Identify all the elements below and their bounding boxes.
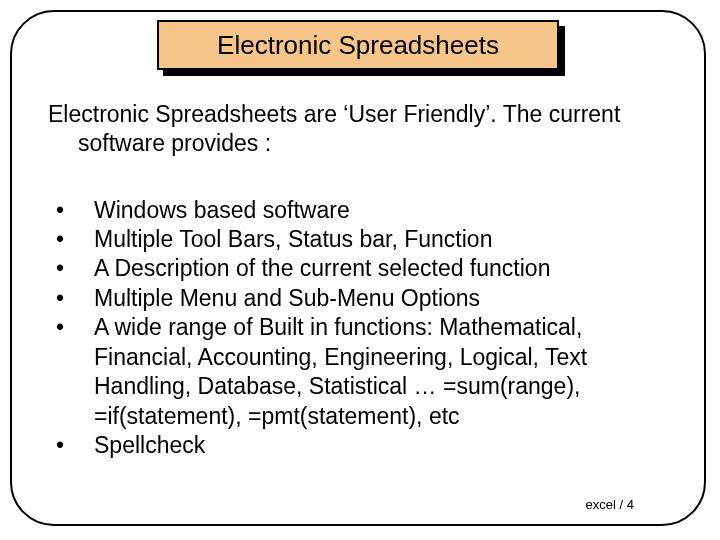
slide-title: Electronic Spreadsheets: [217, 30, 499, 61]
slide-body: Electronic Spreadsheets are ‘User Friend…: [48, 100, 674, 460]
intro-line-1: Electronic Spreadsheets are ‘User Friend…: [48, 101, 620, 127]
title-box: Electronic Spreadsheets: [157, 20, 559, 70]
slide-footer: excel / 4: [586, 497, 634, 512]
bullet-text: A wide range of Built in functions: Math…: [94, 314, 587, 428]
title-container: Electronic Spreadsheets: [157, 20, 559, 70]
list-item: Spellcheck: [48, 431, 674, 460]
intro-text: Electronic Spreadsheets are ‘User Friend…: [48, 100, 674, 158]
bullet-text: Windows based software: [94, 197, 350, 223]
bullet-list: Windows based software Multiple Tool Bar…: [48, 196, 674, 461]
slide-frame: Electronic Spreadsheets Electronic Sprea…: [10, 10, 706, 526]
list-item: Multiple Tool Bars, Status bar, Function: [48, 225, 674, 254]
list-item: A wide range of Built in functions: Math…: [48, 313, 674, 431]
bullet-text: A Description of the current selected fu…: [94, 255, 550, 281]
intro-line-2: software provides :: [48, 129, 674, 158]
bullet-text: Multiple Menu and Sub-Menu Options: [94, 285, 480, 311]
list-item: Multiple Menu and Sub-Menu Options: [48, 284, 674, 313]
list-item: Windows based software: [48, 196, 674, 225]
bullet-text: Spellcheck: [94, 432, 205, 458]
list-item: A Description of the current selected fu…: [48, 254, 674, 283]
bullet-text: Multiple Tool Bars, Status bar, Function: [94, 226, 492, 252]
